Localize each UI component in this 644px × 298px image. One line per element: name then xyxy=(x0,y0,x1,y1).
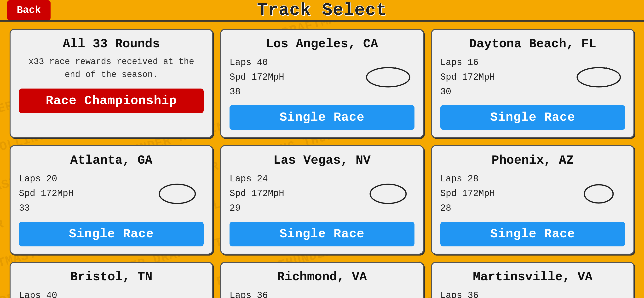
track-shape-phoenix xyxy=(572,178,625,209)
page-title: Track Select xyxy=(257,1,387,20)
card-stats-atlanta: Laps 20Spd 172MpH33 xyxy=(19,172,74,215)
race-championship-button[interactable]: Race Championship xyxy=(19,89,204,113)
svg-point-0 xyxy=(366,68,410,87)
svg-point-2 xyxy=(577,68,620,87)
track-card-bristol: Bristol, TNLaps 40Spd 172MpH38 Single Ra… xyxy=(10,262,213,298)
track-shape-richmond xyxy=(362,295,414,298)
track-shape-bristol xyxy=(151,295,204,298)
card-body-phoenix: Laps 28Spd 172MpH28 xyxy=(440,172,625,215)
back-button[interactable]: Back xyxy=(7,0,50,20)
card-body-daytona-beach: Laps 16Spd 172MpH30 xyxy=(440,55,625,99)
card-stats-las-vegas: Laps 24Spd 172MpH29 xyxy=(230,172,284,215)
card-body-los-angeles: Laps 40Spd 172MpH38 xyxy=(230,55,414,99)
svg-point-6 xyxy=(370,184,406,203)
card-stats-bristol: Laps 40Spd 172MpH38 xyxy=(19,288,74,298)
card-body-bristol: Laps 40Spd 172MpH38 xyxy=(19,288,204,298)
card-stats-martinsville: Laps 36Spd 172MpH35 xyxy=(440,288,495,298)
card-title-daytona-beach: Daytona Beach, FL xyxy=(440,37,625,51)
track-shape-los-angeles xyxy=(362,62,414,93)
single-race-button-phoenix[interactable]: Single Race xyxy=(440,222,625,246)
card-body-las-vegas: Laps 24Spd 172MpH29 xyxy=(230,172,414,215)
track-shape-martinsville xyxy=(572,295,625,298)
header: Back Track Select xyxy=(0,0,644,22)
card-title-bristol: Bristol, TN xyxy=(19,270,204,284)
track-shape-las-vegas xyxy=(362,178,414,209)
card-stats-richmond: Laps 36Spd 172MpH39 xyxy=(230,288,284,298)
championship-description: x33 race rewards received at the end of … xyxy=(19,55,204,81)
track-card-los-angeles: Los Angeles, CALaps 40Spd 172MpH38 Singl… xyxy=(220,29,424,138)
card-title-atlanta: Atlanta, GA xyxy=(19,153,204,168)
card-body-martinsville: Laps 36Spd 172MpH35 xyxy=(440,288,625,298)
card-body-atlanta: Laps 20Spd 172MpH33 xyxy=(19,172,204,215)
card-title-championship: All 33 Rounds xyxy=(19,37,204,51)
svg-point-4 xyxy=(159,184,195,203)
track-card-las-vegas: Las Vegas, NVLaps 24Spd 172MpH29 Single … xyxy=(220,145,424,254)
track-card-martinsville: Martinsville, VALaps 36Spd 172MpH35 Sing… xyxy=(431,262,634,298)
single-race-button-los-angeles[interactable]: Single Race xyxy=(230,105,414,130)
track-card-phoenix: Phoenix, AZLaps 28Spd 172MpH28 Single Ra… xyxy=(431,145,634,254)
card-stats-phoenix: Laps 28Spd 172MpH28 xyxy=(440,172,495,215)
card-body-richmond: Laps 36Spd 172MpH39 xyxy=(230,288,414,298)
single-race-button-las-vegas[interactable]: Single Race xyxy=(230,222,414,246)
card-stats-los-angeles: Laps 40Spd 172MpH38 xyxy=(230,55,284,99)
card-title-richmond: Richmond, VA xyxy=(230,270,414,284)
svg-point-8 xyxy=(584,185,613,203)
track-card-daytona-beach: Daytona Beach, FLLaps 16Spd 172MpH30 Sin… xyxy=(431,29,634,138)
track-card-atlanta: Atlanta, GALaps 20Spd 172MpH33 Single Ra… xyxy=(10,145,213,254)
card-title-los-angeles: Los Angeles, CA xyxy=(230,37,414,51)
card-stats-daytona-beach: Laps 16Spd 172MpH30 xyxy=(440,55,495,99)
track-card-richmond: Richmond, VALaps 36Spd 172MpH39 Single R… xyxy=(220,262,424,298)
card-title-phoenix: Phoenix, AZ xyxy=(440,153,625,168)
single-race-button-atlanta[interactable]: Single Race xyxy=(19,222,204,246)
track-card-championship: All 33 Roundsx33 race rewards received a… xyxy=(10,29,213,138)
track-grid: All 33 Roundsx33 race rewards received a… xyxy=(0,22,644,298)
card-title-las-vegas: Las Vegas, NV xyxy=(230,153,414,168)
track-shape-atlanta xyxy=(151,178,204,209)
single-race-button-daytona-beach[interactable]: Single Race xyxy=(440,105,625,130)
card-title-martinsville: Martinsville, VA xyxy=(440,270,625,284)
track-shape-daytona-beach xyxy=(572,62,625,93)
